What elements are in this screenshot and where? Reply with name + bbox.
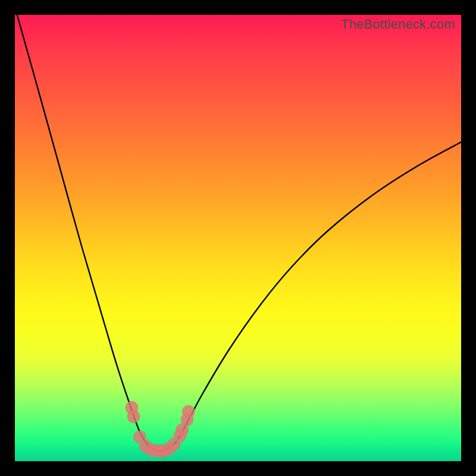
plot-area: TheBottleneck.com (15, 15, 461, 461)
curve-marker (127, 410, 140, 423)
curve-marker (182, 405, 195, 418)
curve-markers (126, 401, 195, 458)
bottleneck-curve (17, 15, 461, 451)
chart-frame: TheBottleneck.com (0, 0, 476, 476)
chart-svg (15, 15, 461, 461)
